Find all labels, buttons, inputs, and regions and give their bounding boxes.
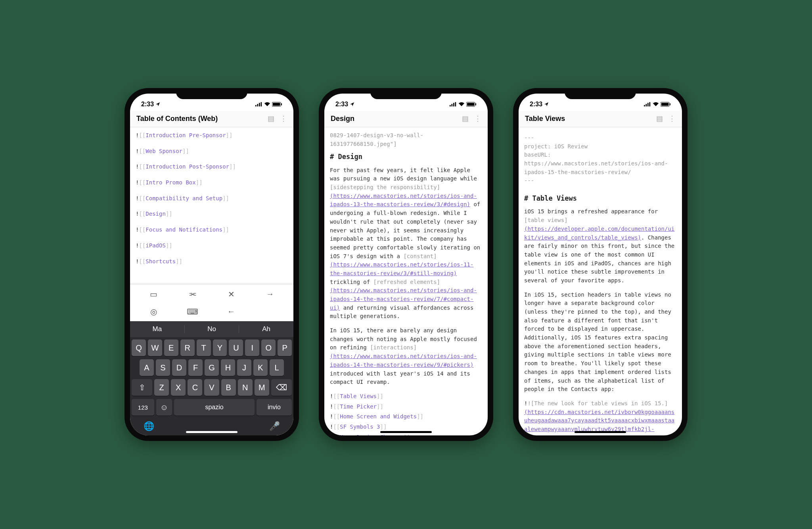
- editor-body-design[interactable]: 0829-1407-design-v3-no-wall-163197766815…: [324, 127, 488, 435]
- home-indicator[interactable]: [575, 431, 626, 433]
- battery-icon: [466, 102, 477, 107]
- location-icon: [350, 102, 354, 107]
- emoji-key[interactable]: ☺: [156, 399, 172, 416]
- close-icon[interactable]: ✕: [228, 289, 235, 299]
- nav-icon[interactable]: ◎: [150, 307, 157, 316]
- key-g[interactable]: G: [205, 359, 219, 376]
- svg-rect-15: [646, 104, 647, 106]
- info-icon[interactable]: ▤: [268, 114, 274, 123]
- notch: [565, 88, 636, 99]
- key-e[interactable]: E: [164, 339, 178, 356]
- key-k[interactable]: K: [253, 359, 268, 376]
- key-d[interactable]: D: [172, 359, 186, 376]
- shortcut-toolbar: ▭ ⫘ ✕ → ◎ ⌨ ←: [130, 284, 293, 321]
- more-icon[interactable]: ⋮: [474, 114, 481, 123]
- key-y[interactable]: Y: [213, 339, 227, 356]
- arrow-left-icon[interactable]: ←: [227, 307, 235, 316]
- shift-key[interactable]: ⇧: [132, 379, 152, 396]
- transclusion-link: ![[Web Sponsor]]: [136, 147, 288, 156]
- globe-icon[interactable]: 🌐: [144, 421, 154, 431]
- transclusion-link: ![[Focus and Notifications]]: [136, 226, 288, 234]
- key-s[interactable]: S: [156, 359, 170, 376]
- key-n[interactable]: N: [238, 379, 253, 396]
- info-icon[interactable]: ▤: [462, 114, 469, 123]
- key-h[interactable]: H: [221, 359, 235, 376]
- suggestion[interactable]: Ma: [130, 325, 185, 333]
- phone-mockup-2: 2:33 Design ▤ ⋮ 0829-1407-design-v3-no-w…: [319, 88, 493, 441]
- heading-tableviews: # Table Views: [524, 193, 676, 203]
- key-c[interactable]: C: [188, 379, 202, 396]
- transclusion-link: ![[More Design Changes]]: [330, 433, 482, 435]
- suggestion[interactable]: Ah: [239, 325, 293, 333]
- key-u[interactable]: U: [229, 339, 243, 356]
- key-r[interactable]: R: [180, 339, 195, 356]
- key-q[interactable]: Q: [132, 339, 146, 356]
- home-indicator[interactable]: [380, 431, 432, 433]
- svg-rect-8: [452, 104, 453, 106]
- key-p[interactable]: P: [278, 339, 292, 356]
- key-l[interactable]: L: [270, 359, 284, 376]
- editor-body-tableviews[interactable]: --- project: iOS Review baseURL: https:/…: [519, 127, 682, 435]
- notch: [370, 88, 442, 99]
- svg-rect-5: [273, 103, 280, 105]
- backspace-key[interactable]: ⌫: [271, 379, 292, 396]
- key-x[interactable]: X: [171, 379, 186, 396]
- truncated-line: 0829-1407-design-v3-no-wall-163197766815…: [330, 131, 482, 148]
- keyboard-suggestions: Ma No Ah: [130, 321, 293, 337]
- key-w[interactable]: W: [148, 339, 162, 356]
- transclusion-link: ![[Time Picker]]: [330, 402, 482, 411]
- frontmatter-baseurl: https://www.macstories.net/stories/ios-a…: [524, 159, 676, 176]
- info-icon[interactable]: ▤: [656, 114, 663, 123]
- svg-rect-19: [661, 103, 669, 105]
- home-indicator[interactable]: [186, 431, 237, 433]
- transclusion-link: ![[Design]]: [136, 210, 288, 218]
- more-icon[interactable]: ⋮: [668, 114, 676, 123]
- frontmatter-project: project: iOS Review: [524, 142, 676, 151]
- more-icon[interactable]: ⋮: [280, 114, 287, 123]
- key-b[interactable]: B: [221, 379, 236, 396]
- svg-rect-12: [467, 103, 475, 105]
- phone-mockup-3: 2:33 Table Views ▤ ⋮ --- project: iOS Re…: [513, 88, 688, 441]
- key-i[interactable]: I: [245, 339, 259, 356]
- note-title: Table of Contents (Web): [136, 115, 218, 123]
- space-key[interactable]: spazio: [174, 399, 255, 416]
- svg-rect-10: [455, 102, 456, 107]
- keyboard: Q W E R T Y U I O P A S D F G H J K L: [130, 337, 293, 435]
- card-icon[interactable]: ▭: [150, 289, 157, 299]
- suggestion[interactable]: No: [185, 325, 239, 333]
- transclusion-link: ![[SF Symbols 3]]: [330, 423, 482, 431]
- key-z[interactable]: Z: [154, 379, 169, 396]
- svg-rect-9: [453, 103, 454, 106]
- transclusion-link: ![[Table Views]]: [330, 392, 482, 401]
- notch: [176, 88, 247, 99]
- status-time: 2:33: [141, 101, 154, 108]
- return-key[interactable]: invio: [257, 399, 292, 416]
- svg-rect-2: [259, 103, 260, 106]
- keyboard-icon[interactable]: ⌨: [187, 307, 198, 316]
- arrow-right-icon[interactable]: →: [266, 289, 274, 299]
- screen-3: 2:33 Table Views ▤ ⋮ --- project: iOS Re…: [519, 94, 682, 435]
- cellular-icon: [255, 102, 262, 107]
- svg-rect-13: [475, 103, 476, 105]
- paragraph: iOS 15 brings a refreshed appearance for…: [524, 207, 676, 285]
- key-j[interactable]: J: [237, 359, 251, 376]
- key-v[interactable]: V: [204, 379, 219, 396]
- key-m[interactable]: M: [255, 379, 269, 396]
- numbers-key[interactable]: 123: [132, 399, 154, 416]
- battery-icon: [661, 102, 671, 107]
- key-f[interactable]: F: [188, 359, 203, 376]
- transclusion-link: ![[Home Screen and Widgets]]: [330, 412, 482, 421]
- key-a[interactable]: A: [140, 359, 154, 376]
- editor-body-toc[interactable]: ![[Introduction Pre-Sponsor]] ![[Web Spo…: [130, 127, 293, 282]
- key-t[interactable]: T: [197, 339, 211, 356]
- link-icon[interactable]: ⫘: [188, 289, 196, 299]
- svg-rect-0: [255, 105, 257, 107]
- note-header: Table of Contents (Web) ▤ ⋮: [130, 111, 293, 127]
- key-o[interactable]: O: [261, 339, 276, 356]
- transclusion-link: ![[iPadOS]]: [136, 242, 288, 250]
- screen-1: 2:33 Table of Contents (Web) ▤ ⋮ ![[Intr…: [130, 94, 293, 435]
- wifi-icon: [264, 102, 270, 107]
- location-icon: [155, 102, 160, 107]
- note-header: Design ▤ ⋮: [324, 111, 488, 127]
- mic-icon[interactable]: 🎤: [269, 421, 280, 431]
